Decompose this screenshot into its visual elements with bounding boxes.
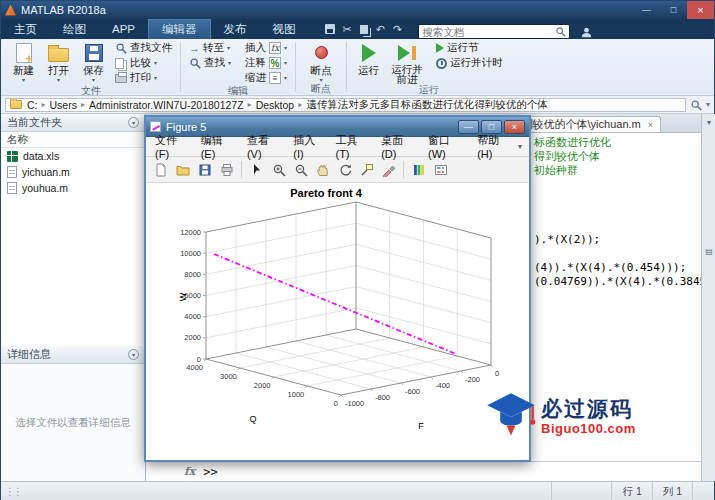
zoom-out-icon[interactable] [290, 160, 311, 180]
breadcrumb-segment-drive[interactable]: C: [27, 99, 38, 111]
indent-button[interactable]: 缩进 ≡ ▾ [242, 71, 290, 85]
save-icon [85, 44, 103, 62]
find-files-button[interactable]: 查找文件 [112, 41, 175, 55]
ribbon-group-breakpoints: 断点▾ 断点 [297, 39, 345, 95]
doc-search [418, 24, 570, 39]
undo-icon[interactable]: ↶ [376, 23, 385, 36]
breadcrumb-segment-users[interactable]: Users [50, 99, 77, 111]
user-account-icon[interactable] [580, 26, 593, 39]
breadcrumb-segment-folder[interactable]: 遗传算法对多元多目标函数进行优化得到较优的个体 [306, 98, 548, 112]
tab-plots[interactable]: 绘图 [50, 19, 99, 39]
maximize-button[interactable]: □ [660, 1, 687, 19]
tab-view[interactable]: 视图 [260, 19, 309, 39]
run-section-button[interactable]: 运行节 [433, 41, 506, 55]
figure-maximize-button[interactable]: □ [481, 120, 502, 134]
svg-text:-1000: -1000 [345, 399, 364, 408]
figure-toolbar [146, 157, 529, 183]
menu-help[interactable]: 帮助(H) [471, 133, 518, 160]
menu-desktop[interactable]: 桌面(D) [375, 133, 422, 160]
address-search-icon[interactable] [690, 99, 702, 111]
redo-icon[interactable]: ↷ [393, 23, 402, 36]
save-icon[interactable] [194, 160, 215, 180]
doc-search-input[interactable] [422, 26, 555, 38]
tab-close-icon[interactable]: × [648, 120, 653, 130]
collapse-panel-icon[interactable]: ▾ [707, 118, 711, 127]
data-cursor-icon[interactable] [356, 160, 377, 180]
figure-minimize-button[interactable]: — [458, 120, 479, 134]
figure-canvas[interactable]: 0200040006000800010000120000100020003000… [146, 183, 529, 460]
chevron-down-icon: ▾ [154, 61, 157, 66]
run-button[interactable]: 运行 [352, 41, 385, 78]
minimize-button[interactable]: — [633, 1, 660, 19]
chevron-down-icon[interactable]: ▾ [706, 102, 710, 107]
panel-actions-icon[interactable]: ▾ [128, 349, 139, 360]
file-item-data-xls[interactable]: data.xls [1, 148, 145, 164]
right-dock-strip: ▾ ▤ [701, 114, 715, 481]
open-folder-icon[interactable] [172, 160, 193, 180]
comment-icon[interactable]: % [269, 57, 281, 69]
tab-editor[interactable]: 编辑器 [148, 19, 211, 39]
indent-icon[interactable]: ≡ [269, 72, 281, 84]
run-advance-icon [398, 45, 416, 61]
edit-arrow-icon[interactable] [246, 160, 267, 180]
resize-grip[interactable]: ⋮⋮ [5, 486, 21, 497]
dock-panel-icon[interactable]: ▤ [705, 247, 713, 256]
open-button[interactable]: 打开▾ [42, 41, 75, 83]
breadcrumb-separator-icon: ▸ [244, 100, 256, 109]
svg-text:4000: 4000 [184, 312, 201, 321]
quick-save-icon[interactable] [325, 24, 335, 34]
breadcrumb-segment-admin[interactable]: Administrator.WIN7U-20180127Z [89, 99, 244, 111]
mfile-icon [7, 166, 17, 178]
run-time-button[interactable]: 运行并计时 [433, 56, 506, 70]
goto-button[interactable]: → 转至▾ [186, 41, 234, 55]
comment-button[interactable]: 注释 % ▾ [242, 56, 290, 70]
file-item-youhua-m[interactable]: youhua.m [1, 180, 145, 196]
breadcrumb-segment-desktop[interactable]: Desktop [256, 99, 295, 111]
ribbon-group-run: 运行 运行并前进 运行节 运行并计时 运行 [348, 39, 510, 95]
cut-icon[interactable]: ✂ [343, 23, 352, 36]
command-window[interactable]: fx >> [146, 461, 701, 481]
run-advance-button[interactable]: 运行并前进 [387, 41, 427, 84]
colorbar-icon[interactable] [408, 160, 429, 180]
menu-edit[interactable]: 编辑(E) [195, 133, 241, 160]
compare-button[interactable]: 比较▾ [112, 56, 175, 70]
save-button[interactable]: 保存▾ [77, 41, 110, 83]
breadcrumb[interactable]: C: ▸ Users ▸ Administrator.WIN7U-2018012… [5, 98, 686, 112]
name-column-header[interactable]: 名称 [1, 132, 145, 148]
close-button[interactable]: × [687, 1, 714, 19]
tab-apps[interactable]: APP [99, 19, 148, 39]
file-item-yichuan-m[interactable]: yichuan.m [1, 164, 145, 180]
svg-text:1000: 1000 [288, 390, 305, 399]
figure-close-button[interactable]: × [504, 120, 525, 134]
menu-view[interactable]: 查看(V) [241, 133, 287, 160]
pan-hand-icon[interactable] [312, 160, 333, 180]
rotate-3d-icon[interactable] [334, 160, 355, 180]
menu-insert[interactable]: 插入(I) [287, 133, 329, 160]
menu-window[interactable]: 窗口(W) [422, 133, 471, 160]
window-controls: — □ × [633, 1, 714, 19]
insert-button[interactable]: 插入 fx ▾ [242, 41, 290, 55]
brush-icon[interactable] [378, 160, 399, 180]
print-button[interactable]: 打印▾ [112, 71, 175, 85]
legend-icon[interactable] [430, 160, 451, 180]
tab-publish[interactable]: 发布 [211, 19, 260, 39]
zoom-in-icon[interactable] [268, 160, 289, 180]
new-script-button[interactable]: 新建▾ [7, 41, 40, 83]
graduation-cap-icon [485, 391, 537, 441]
tab-home[interactable]: 主页 [1, 19, 50, 39]
copy-icon[interactable] [360, 25, 368, 34]
insert-fx-icon[interactable]: fx [269, 42, 281, 54]
chevron-down-icon: ▾ [284, 61, 287, 66]
matlab-window: MATLAB R2018a — □ × 主页 绘图 APP 编辑器 发布 视图 … [0, 0, 715, 500]
status-end-cell [692, 482, 714, 500]
menu-tools[interactable]: 工具(T) [329, 133, 375, 160]
chevron-down-icon[interactable]: ▾ [518, 142, 526, 151]
svg-text:F: F [418, 421, 424, 431]
print-icon[interactable] [216, 160, 237, 180]
panel-actions-icon[interactable]: ▾ [128, 117, 139, 128]
new-document-icon[interactable] [150, 160, 171, 180]
find-button[interactable]: 查找▾ [186, 56, 234, 70]
breakpoints-button[interactable]: 断点▾ [301, 41, 341, 83]
open-folder-icon [48, 48, 69, 62]
menu-file[interactable]: 文件(F) [149, 133, 195, 160]
